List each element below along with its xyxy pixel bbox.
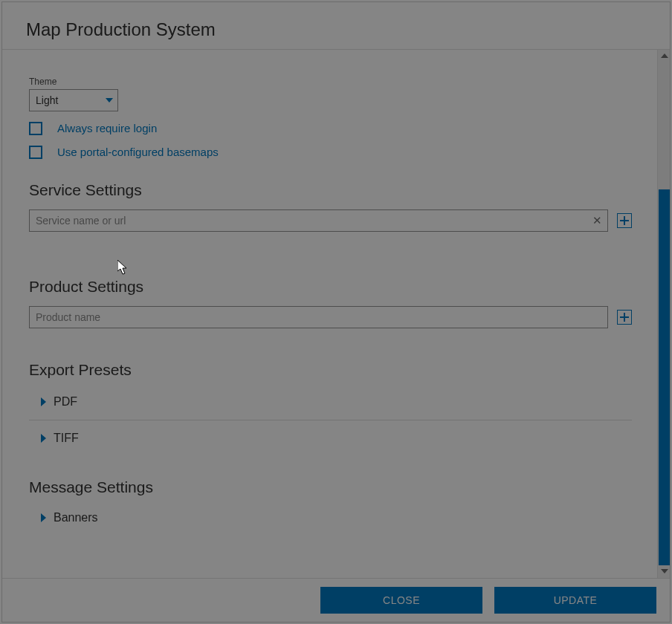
portal-basemaps-checkbox[interactable] bbox=[29, 146, 42, 159]
export-presets-section: Export Presets PDF TIFF bbox=[29, 361, 632, 456]
chevron-right-icon bbox=[41, 397, 46, 406]
message-settings-title: Message Settings bbox=[29, 478, 632, 496]
general-section: Theme Light Always require login Use por… bbox=[29, 77, 632, 159]
portal-basemaps-row[interactable]: Use portal-configured basemaps bbox=[29, 146, 632, 159]
service-settings-title: Service Settings bbox=[29, 181, 632, 199]
message-settings-list: Banners bbox=[29, 502, 632, 533]
message-banners[interactable]: Banners bbox=[29, 502, 632, 533]
product-settings-section: Product Settings bbox=[29, 278, 632, 328]
plus-icon bbox=[620, 216, 629, 225]
theme-select[interactable]: Light bbox=[29, 89, 118, 111]
settings-dialog: Map Production System Theme Light Alw bbox=[1, 1, 671, 623]
add-service-button[interactable] bbox=[617, 213, 632, 228]
message-item-label: Banners bbox=[54, 511, 98, 524]
clear-icon[interactable]: ✕ bbox=[590, 214, 604, 227]
export-preset-label: PDF bbox=[54, 395, 77, 409]
require-login-label: Always require login bbox=[57, 122, 157, 134]
chevron-right-icon bbox=[41, 434, 46, 443]
require-login-row[interactable]: Always require login bbox=[29, 122, 632, 135]
product-name-input[interactable] bbox=[29, 306, 608, 328]
product-input-row bbox=[29, 306, 632, 328]
portal-basemaps-label: Use portal-configured basemaps bbox=[57, 146, 219, 158]
dialog-body-wrap: Theme Light Always require login Use por… bbox=[2, 50, 670, 578]
require-login-checkbox[interactable] bbox=[29, 122, 42, 135]
export-preset-label: TIFF bbox=[54, 432, 79, 445]
export-preset-tiff[interactable]: TIFF bbox=[29, 420, 632, 456]
scroll-up-icon[interactable] bbox=[658, 50, 671, 62]
service-name-input[interactable] bbox=[29, 209, 608, 232]
scrollbar-thumb[interactable] bbox=[659, 189, 670, 565]
add-product-button[interactable] bbox=[617, 310, 632, 325]
product-settings-title: Product Settings bbox=[29, 278, 632, 296]
close-button[interactable]: CLOSE bbox=[320, 587, 482, 614]
scrollbar[interactable] bbox=[657, 50, 670, 578]
theme-label: Theme bbox=[29, 77, 632, 87]
scroll-down-icon[interactable] bbox=[658, 565, 671, 578]
caret-down-icon bbox=[106, 98, 113, 103]
dialog-body: Theme Light Always require login Use por… bbox=[2, 50, 657, 578]
export-presets-title: Export Presets bbox=[29, 361, 632, 379]
theme-select-value: Light bbox=[36, 94, 58, 106]
plus-icon bbox=[620, 313, 629, 322]
message-settings-section: Message Settings Banners bbox=[29, 478, 632, 533]
dialog-footer: CLOSE UPDATE bbox=[2, 578, 670, 622]
chevron-right-icon bbox=[41, 513, 46, 522]
export-presets-list: PDF TIFF bbox=[29, 385, 632, 456]
update-button[interactable]: UPDATE bbox=[494, 587, 656, 614]
export-preset-pdf[interactable]: PDF bbox=[29, 385, 632, 420]
service-settings-section: Service Settings ✕ bbox=[29, 181, 632, 232]
theme-field: Theme Light bbox=[29, 77, 632, 111]
dialog-header: Map Production System bbox=[2, 2, 670, 50]
dialog-title: Map Production System bbox=[26, 19, 216, 40]
service-input-row: ✕ bbox=[29, 209, 632, 232]
